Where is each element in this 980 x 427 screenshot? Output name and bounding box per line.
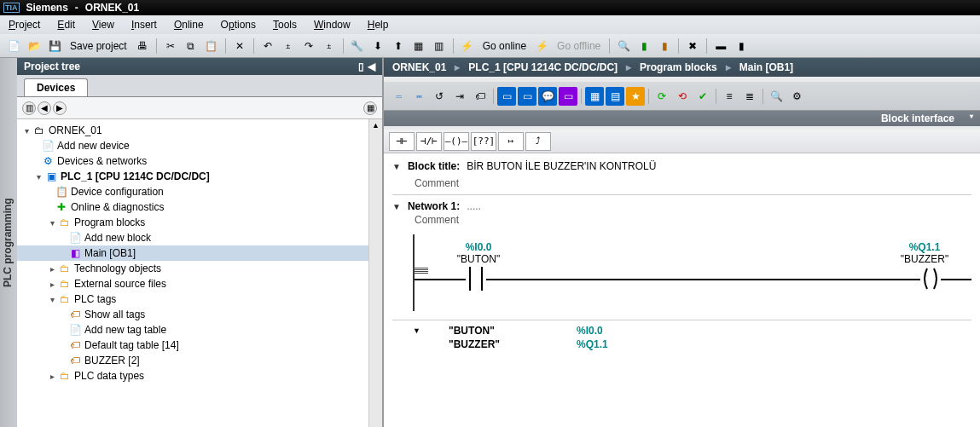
goonline-button[interactable]: Go online xyxy=(479,40,530,52)
delete-network-icon[interactable]: ⎓̶ xyxy=(409,87,428,106)
ed-btn-e[interactable]: ▦ xyxy=(585,87,604,106)
lad-contact-no[interactable]: ⊣⊢ xyxy=(389,132,415,151)
search-icon[interactable]: 🔍 xyxy=(767,87,786,106)
crossref-icon[interactable]: ▮ xyxy=(635,38,652,55)
tree-program-blocks[interactable]: ▾🗀Program blocks xyxy=(17,215,382,230)
xref-row-1[interactable]: ▼"BUTON"%I0.0 xyxy=(413,324,971,338)
menu-help[interactable]: Help xyxy=(368,19,389,31)
xref-row-2[interactable]: "BUZZER"%Q1.1 xyxy=(413,338,971,351)
nav-back-icon[interactable]: ◀ xyxy=(38,101,51,115)
tree-plc[interactable]: ▾▣PLC_1 [CPU 1214C DC/DC/DC] xyxy=(17,169,382,184)
check-icon[interactable]: ✔ xyxy=(693,87,712,106)
redo-icon[interactable]: ↷ xyxy=(300,38,317,55)
insert-network-icon[interactable]: ⎓ xyxy=(389,87,408,106)
goonline-icon[interactable]: ⚡ xyxy=(459,38,476,55)
simulate-icon[interactable]: ▦ xyxy=(410,38,427,55)
compile-icon[interactable]: 🔧 xyxy=(349,38,366,55)
simulate2-icon[interactable]: ▥ xyxy=(431,38,448,55)
block-comment[interactable]: Comment xyxy=(392,176,971,195)
menu-tools[interactable]: Tools xyxy=(273,19,297,31)
align-icon[interactable]: ≡ xyxy=(720,87,739,106)
output-coil[interactable] xyxy=(920,267,941,291)
save-project-button[interactable]: Save project xyxy=(67,40,130,52)
tree-settings-icon[interactable]: ▦ xyxy=(363,101,377,115)
block-title-text[interactable]: BİR BUTON İLE BUZZER'IN KONTROLÜ xyxy=(467,160,656,172)
project-tree[interactable]: ▲ ▾🗀ORNEK_01 📄Add new device ⚙Devices & … xyxy=(17,119,382,427)
tree-buzzer-tag[interactable]: 🏷BUZZER [2] xyxy=(17,353,382,368)
ed-btn-d[interactable]: ▭ xyxy=(559,87,577,106)
ladder-canvas[interactable]: %I0.0 "BUTON" %Q1.1 "BUZZER" xyxy=(413,234,971,311)
lad-coil[interactable]: –()– xyxy=(444,132,469,151)
tree-plc-tags[interactable]: ▾🗀PLC tags xyxy=(17,291,382,307)
tree-tech-objects[interactable]: ▸🗀Technology objects xyxy=(17,261,382,276)
tree-online-diag[interactable]: ✚Online & diagnostics xyxy=(17,199,382,215)
menu-options[interactable]: Options xyxy=(221,19,256,31)
collapse-icon[interactable]: ▯ xyxy=(358,61,364,72)
split-v-icon[interactable]: ▮ xyxy=(733,38,750,55)
tree-device-config[interactable]: 📋Device configuration xyxy=(17,184,382,199)
network-comment[interactable]: Comment xyxy=(392,214,971,226)
upload-icon[interactable]: ⬆ xyxy=(390,38,407,55)
crumb-2[interactable]: PLC_1 [CPU 1214C DC/DC/DC] xyxy=(468,61,618,73)
undo-icon[interactable]: ↶ xyxy=(259,38,276,55)
lad-box[interactable]: [??] xyxy=(471,132,496,151)
cancel-icon[interactable]: ✖ xyxy=(684,38,701,55)
tag-icon[interactable]: 🏷 xyxy=(471,87,490,106)
tree-scrollbar[interactable]: ▲ xyxy=(368,119,382,427)
redo-drop-icon[interactable]: ± xyxy=(321,38,338,55)
no-contact[interactable] xyxy=(466,267,486,291)
network-header[interactable]: ▼ Network 1: ..... xyxy=(392,199,971,214)
goto-icon[interactable]: ⇥ xyxy=(450,87,469,106)
tree-add-block[interactable]: 📄Add new block xyxy=(17,230,382,245)
settings-icon[interactable]: ⚙ xyxy=(787,87,806,106)
print-icon[interactable]: 🖶 xyxy=(134,38,151,55)
crumb-3[interactable]: Program blocks xyxy=(640,61,717,73)
tree-devices-networks[interactable]: ⚙Devices & networks xyxy=(17,153,382,169)
monitor-off-icon[interactable]: ⟲ xyxy=(673,87,692,106)
ed-btn-b[interactable]: ▭ xyxy=(518,87,536,106)
lad-branch-close[interactable]: ⤴ xyxy=(525,132,551,151)
tree-root[interactable]: ▾🗀ORNEK_01 xyxy=(17,123,382,138)
devices-tab[interactable]: Devices xyxy=(24,78,88,96)
lad-contact-nc[interactable]: ⊣/⊢ xyxy=(416,132,442,151)
undo-drop-icon[interactable]: ± xyxy=(280,38,297,55)
split-h-icon[interactable]: ▬ xyxy=(712,38,729,55)
panel-arrow-icon[interactable]: ◀ xyxy=(368,61,375,72)
collapse-tri-icon[interactable]: ▼ xyxy=(392,162,401,171)
crumb-1[interactable]: ORNEK_01 xyxy=(392,61,446,73)
network-title[interactable]: ..... xyxy=(467,200,481,212)
plc-programming-tab[interactable]: PLC programming xyxy=(0,58,17,427)
lad-branch[interactable]: ↦ xyxy=(498,132,524,151)
delete-icon[interactable]: ✕ xyxy=(231,38,248,55)
block-interface-bar[interactable]: Block interface xyxy=(384,111,980,126)
struct-icon[interactable]: ▮ xyxy=(656,38,673,55)
tree-add-device[interactable]: 📄Add new device xyxy=(17,138,382,153)
tree-main-ob1[interactable]: ◧Main [OB1] xyxy=(17,245,382,261)
ed-btn-c[interactable]: 💬 xyxy=(538,87,557,106)
monitor-on-icon[interactable]: ⟳ xyxy=(652,87,671,106)
reset-icon[interactable]: ↺ xyxy=(430,87,449,106)
paste-icon[interactable]: 📋 xyxy=(203,38,220,55)
cut-icon[interactable]: ✂ xyxy=(162,38,179,55)
menu-insert[interactable]: Insert xyxy=(131,19,157,31)
menu-view[interactable]: View xyxy=(92,19,114,31)
copy-icon[interactable]: ⧉ xyxy=(183,38,200,55)
align2-icon[interactable]: ≣ xyxy=(740,87,759,106)
menu-edit[interactable]: Edit xyxy=(57,19,75,31)
ed-btn-f[interactable]: ▤ xyxy=(606,87,624,106)
tree-ext-source[interactable]: ▸🗀External source files xyxy=(17,276,382,291)
save-icon[interactable]: 💾 xyxy=(46,38,63,55)
new-project-icon[interactable]: 📄 xyxy=(5,38,22,55)
tree-add-tag-table[interactable]: 📄Add new tag table xyxy=(17,322,382,338)
nav-fwd-icon[interactable]: ▶ xyxy=(53,101,67,115)
block-title-row[interactable]: ▼ Block title: BİR BUTON İLE BUZZER'IN K… xyxy=(392,157,971,176)
open-project-icon[interactable]: 📂 xyxy=(26,38,43,55)
tree-plc-data-types[interactable]: ▸🗀PLC data types xyxy=(17,368,382,384)
tree-default-tag-table[interactable]: 🏷Default tag table [14] xyxy=(17,338,382,353)
crumb-4[interactable]: Main [OB1] xyxy=(739,61,793,73)
net-collapse-icon[interactable]: ▼ xyxy=(392,202,401,211)
ed-btn-a[interactable]: ▭ xyxy=(497,87,516,106)
tree-show-tags[interactable]: 🏷Show all tags xyxy=(17,307,382,322)
menu-window[interactable]: Window xyxy=(314,19,351,31)
ed-btn-g[interactable]: ★ xyxy=(626,87,645,106)
